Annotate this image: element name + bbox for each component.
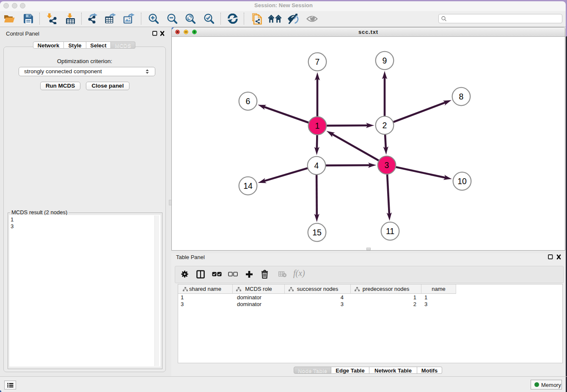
svg-text:7: 7 [315, 57, 320, 66]
svg-text:10: 10 [457, 177, 467, 186]
svg-text:11: 11 [386, 226, 394, 236]
svg-text:8: 8 [459, 92, 464, 101]
svg-text:2: 2 [383, 121, 387, 130]
svg-text:15: 15 [312, 228, 322, 237]
svg-text:6: 6 [246, 97, 250, 106]
svg-text:1: 1 [315, 121, 320, 130]
svg-text:9: 9 [383, 56, 387, 65]
svg-text:14: 14 [243, 181, 253, 190]
svg-text:4: 4 [314, 161, 319, 170]
svg-text:3: 3 [385, 160, 389, 170]
